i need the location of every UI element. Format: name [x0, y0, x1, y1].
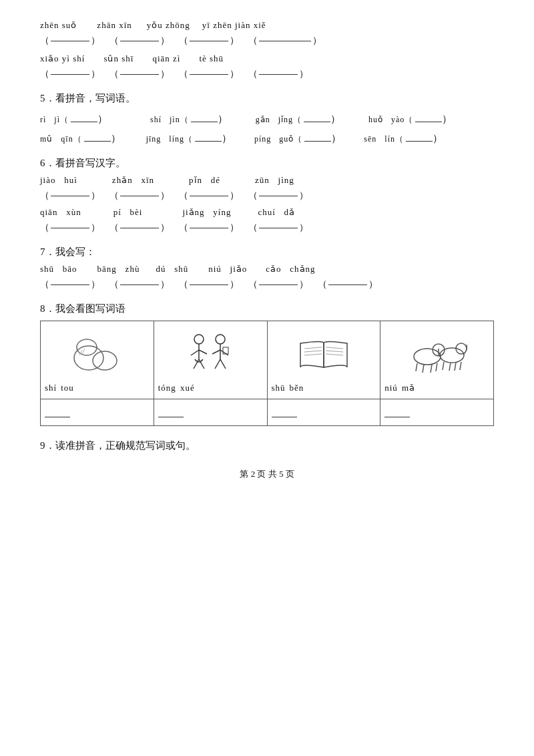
s6-blank8: （）	[248, 222, 308, 234]
s5-blank1[interactable]	[71, 110, 97, 122]
pinyin-row2: xiǎo yì shí sǔn shī qiān zì tè shū	[40, 53, 494, 64]
s6-py-row1: jiào huì zhǎn xīn pǐn dé zūn jìng	[40, 175, 494, 186]
blank-inner[interactable]	[259, 74, 298, 75]
blank-inner[interactable]	[120, 74, 159, 75]
write-cell-2[interactable]	[154, 399, 267, 426]
write-line-4	[384, 417, 410, 417]
s5-number: 5	[40, 93, 45, 104]
blank-inner[interactable]	[259, 228, 298, 228]
write-cell-3[interactable]	[267, 399, 380, 426]
s6-blank2: （）	[109, 190, 170, 202]
blank7: （）	[179, 68, 239, 80]
animals-svg	[404, 330, 471, 377]
write-line-2	[158, 417, 184, 417]
write-cell-1[interactable]	[41, 399, 154, 426]
blank-inner[interactable]	[51, 228, 89, 228]
s5-blank6[interactable]	[195, 130, 222, 142]
img-cell-book: shū běn	[267, 321, 380, 399]
s9-title: 9．读准拼音，正确规范写词或句。	[40, 439, 494, 452]
s5-blank5[interactable]	[84, 130, 111, 142]
write-row	[41, 399, 494, 426]
s6-title: 6．看拼音写汉字。	[40, 157, 494, 170]
s5-blank3[interactable]	[304, 110, 330, 122]
blank8: （）	[248, 68, 308, 80]
blank-inner[interactable]	[120, 228, 159, 228]
blank6: （）	[109, 68, 170, 80]
blank-inner[interactable]	[328, 285, 367, 285]
s5-blank7[interactable]	[304, 130, 331, 142]
svg-line-28	[423, 365, 424, 373]
svg-line-33	[443, 362, 444, 370]
animals-py1: niú	[384, 383, 398, 393]
blank-inner[interactable]	[259, 285, 298, 285]
s6-py4: zūn jìng	[255, 175, 294, 186]
svg-point-24	[414, 349, 441, 365]
s6-py1: jiào huì	[40, 175, 77, 186]
blank-inner[interactable]	[51, 41, 89, 41]
blank-inner[interactable]	[190, 285, 228, 285]
s7-py4: niú jiǎo	[208, 264, 247, 274]
write-line-1	[45, 417, 70, 417]
blank-inner[interactable]	[51, 74, 89, 75]
write-cell-4[interactable]	[380, 399, 494, 426]
svg-line-20	[304, 354, 322, 355]
s6-py8: chuí dǎ	[258, 207, 295, 218]
blank-row1: （） （） （） （）	[40, 35, 494, 47]
section-5: 5．看拼音，写词语。 rì jì（） shí jìn（） gǎn jǐng（） …	[40, 92, 494, 145]
s5-item2: shí jìn（）	[150, 110, 228, 126]
img-cell-animals: niú mǎ	[380, 321, 494, 399]
s8-number: 8	[40, 303, 45, 314]
top-section: zhēn suǒ zhān xīn yǒu zhōng yī zhēn jiàn…	[40, 20, 494, 80]
s6-blank1: （）	[40, 190, 100, 202]
svg-line-19	[304, 351, 322, 352]
blank-inner[interactable]	[259, 196, 298, 196]
book-svg	[294, 330, 354, 377]
pinyin-row1: zhēn suǒ zhān xīn yǒu zhōng yī zhēn jiàn…	[40, 20, 494, 31]
s6-py-row2: qiān xùn pí bèi jiǎng yíng chuí dǎ	[40, 207, 494, 218]
s5-blank4[interactable]	[415, 110, 442, 122]
blank-inner[interactable]	[259, 41, 311, 41]
blank-inner[interactable]	[51, 285, 89, 285]
blank-inner[interactable]	[190, 41, 228, 41]
animals-image	[384, 327, 489, 380]
stones-image	[45, 327, 150, 380]
blank-inner[interactable]	[190, 74, 228, 75]
svg-line-16	[220, 359, 226, 369]
s6-blank6: （）	[109, 222, 170, 234]
s6-blank3: （）	[179, 190, 239, 202]
s7-blank1: （）	[40, 278, 100, 291]
classmates-py1: tóng	[158, 383, 176, 393]
svg-line-8	[199, 350, 207, 354]
s6-blank-row1: （） （） （） （）	[40, 190, 494, 202]
book-py2: běn	[290, 383, 304, 393]
stones-svg	[70, 330, 123, 377]
s5-item7: píng guǒ（）	[254, 130, 341, 145]
section-8: 8．我会看图写词语	[40, 303, 494, 426]
section-6: 6．看拼音写汉字。 jiào huì zhǎn xīn pǐn dé zūn j…	[40, 157, 494, 234]
svg-line-13	[212, 350, 220, 354]
s7-blank4: （）	[248, 278, 308, 291]
svg-line-22	[326, 351, 343, 352]
blank-inner[interactable]	[190, 228, 228, 228]
img-cell-stones: shí tou	[41, 321, 154, 399]
svg-line-18	[304, 347, 322, 349]
s6-py6: pí bèi	[113, 207, 143, 218]
py-youzhong: yǒu zhōng	[147, 20, 190, 31]
s6-py3: pǐn dé	[189, 175, 220, 186]
s8-title: 8．我会看图写词语	[40, 303, 494, 315]
blank-inner[interactable]	[120, 285, 159, 285]
s5-item6: jīng líng（）	[146, 130, 232, 145]
s6-blank-row2: （） （） （） （）	[40, 222, 494, 234]
blank-inner[interactable]	[120, 196, 159, 196]
s6-py2: zhǎn xīn	[112, 175, 154, 186]
s5-blank2[interactable]	[191, 110, 218, 122]
svg-point-2	[77, 339, 97, 355]
s5-item3: gǎn jǐng（）	[256, 110, 340, 126]
blank-inner[interactable]	[120, 41, 159, 41]
s7-py1: shū bāo	[40, 264, 77, 274]
s5-blank8[interactable]	[406, 130, 433, 142]
s7-blank3: （）	[179, 278, 239, 291]
s5-py-row1: rì jì（） shí jìn（） gǎn jǐng（） huǒ yào（）	[40, 110, 494, 126]
blank-inner[interactable]	[51, 196, 89, 196]
blank-inner[interactable]	[190, 196, 228, 196]
